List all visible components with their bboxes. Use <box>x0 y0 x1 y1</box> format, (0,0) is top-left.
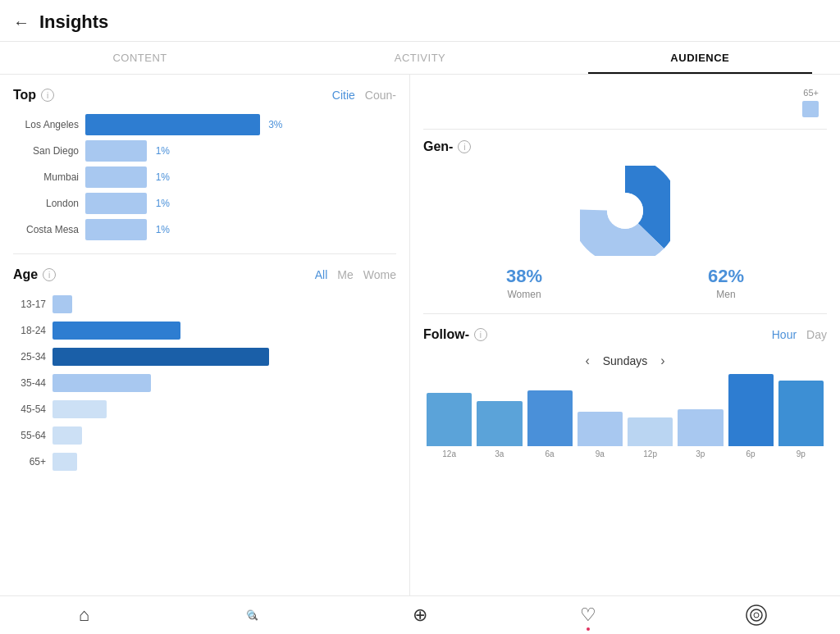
prev-day-button[interactable]: ‹ <box>585 353 589 368</box>
partial-age-bar <box>423 101 827 117</box>
city-row: London1% <box>13 193 396 214</box>
age-group-label: 35-44 <box>13 377 46 389</box>
followers-bar-time-label: 3p <box>696 449 705 458</box>
countries-tab[interactable]: Coun- <box>365 89 396 102</box>
age-bar <box>52 322 180 340</box>
city-row: Costa Mesa1% <box>13 219 396 240</box>
followers-bar <box>778 381 824 446</box>
followers-bar <box>477 401 522 446</box>
followers-bar-group: 9a <box>578 412 623 458</box>
age-bar-container <box>52 320 396 341</box>
age-bar-container <box>52 399 396 420</box>
gender-section: Gen- i 38% Women <box>423 139 827 314</box>
svg-point-5 <box>754 613 759 618</box>
age-group-label: 18-24 <box>13 325 46 336</box>
tab-audience[interactable]: AUDIENCE <box>560 42 840 74</box>
age-group-label: 25-34 <box>13 351 46 363</box>
age-tab-links: All Me Wome <box>315 268 396 281</box>
followers-bar-chart: 12a3a6a9a12p3p6p9p <box>423 376 827 458</box>
city-bar-container: 1% <box>85 166 396 188</box>
age-bar <box>52 400 107 418</box>
followers-bar <box>628 417 673 446</box>
gender-info-icon[interactable]: i <box>458 140 471 153</box>
age-bar-container <box>52 346 396 367</box>
followers-header: Follow- i Hour Day <box>423 327 827 342</box>
day-navigator: ‹ Sundays › <box>423 353 827 368</box>
top-tab-links: Citie Coun- <box>332 89 396 102</box>
followers-bar-time-label: 9a <box>596 449 605 458</box>
home-icon: ⌂ <box>79 604 89 626</box>
followers-title: Follow- <box>423 327 469 342</box>
women-label: Women <box>506 289 542 300</box>
followers-bar <box>728 374 774 446</box>
age-group-label: 65+ <box>13 456 46 468</box>
city-label: London <box>13 198 79 209</box>
hour-tab[interactable]: Hour <box>772 328 797 341</box>
age-bar-container <box>52 372 396 394</box>
city-bar-label: 1% <box>156 224 170 235</box>
section-divider <box>13 253 396 254</box>
back-button[interactable]: ← <box>13 13 30 32</box>
nav-search[interactable]: ○ 🔍 <box>168 604 336 626</box>
city-label: Los Angeles <box>13 119 79 130</box>
right-panel: 65+ Gen- i <box>410 75 840 595</box>
svg-point-3 <box>746 605 766 625</box>
age-row: 13-17 <box>13 294 396 315</box>
cities-chart: Los Angeles3%San Diego1%Mumbai1%London1%… <box>13 114 396 240</box>
nav-profile[interactable] <box>672 604 840 626</box>
next-day-button[interactable]: › <box>660 353 664 368</box>
age-row: 18-24 <box>13 320 396 341</box>
city-label: Costa Mesa <box>13 224 79 235</box>
partial-bar-visual <box>802 101 819 117</box>
page-title: Insights <box>39 11 108 33</box>
followers-bar-time-label: 9p <box>797 449 806 458</box>
city-bar-container: 3% <box>85 114 396 135</box>
age-bar <box>52 374 151 392</box>
gender-stats: 38% Women 62% Men <box>423 266 827 300</box>
followers-tab-links: Hour Day <box>772 328 827 341</box>
gender-pie-chart <box>580 166 670 256</box>
men-stat: 62% Men <box>708 266 744 300</box>
men-label: Men <box>708 289 744 300</box>
top-info-icon[interactable]: i <box>41 89 54 102</box>
followers-bar <box>527 390 573 446</box>
gender-header: Gen- i <box>423 139 827 154</box>
age-bar-container <box>52 425 396 446</box>
age-section-header: Age i All Me Wome <box>13 267 396 282</box>
svg-point-2 <box>607 193 643 229</box>
city-bar-container: 1% <box>85 193 396 214</box>
pie-chart-wrapper <box>423 166 827 256</box>
city-label: San Diego <box>13 145 79 157</box>
age-info-icon[interactable]: i <box>43 268 56 281</box>
followers-bar-time-label: 12p <box>643 449 657 458</box>
cities-tab[interactable]: Citie <box>332 89 355 102</box>
nav-activity[interactable]: ♡ <box>504 604 672 626</box>
city-bar-label: 3% <box>268 119 282 130</box>
followers-info-icon[interactable]: i <box>474 328 487 341</box>
day-tab[interactable]: Day <box>806 328 827 341</box>
age-row: 35-44 <box>13 372 396 394</box>
tab-activity[interactable]: ACTIVITY <box>280 42 559 74</box>
nav-add[interactable]: ⊕ <box>336 604 504 626</box>
city-bar: 3% <box>85 114 260 135</box>
followers-bar-group: 9p <box>778 381 824 458</box>
svg-point-4 <box>751 609 762 621</box>
tab-content[interactable]: CONTENT <box>0 42 280 74</box>
city-row: Los Angeles3% <box>13 114 396 135</box>
followers-bar-group: 6a <box>527 390 573 458</box>
main-content: Top i Citie Coun- Los Angeles3%San Diego… <box>0 75 840 595</box>
age-bar <box>52 426 82 445</box>
age-tab-all[interactable]: All <box>315 268 328 281</box>
nav-home[interactable]: ⌂ <box>0 604 168 626</box>
followers-bar-group: 3p <box>678 409 723 458</box>
city-bar-label: 1% <box>156 198 170 209</box>
age-tab-me[interactable]: Me <box>337 268 353 281</box>
age-row: 65+ <box>13 451 396 472</box>
age-chart: 13-1718-2425-3435-4445-5455-6465+ <box>13 294 396 472</box>
top-cities-header: Top i Citie Coun- <box>13 88 396 103</box>
city-bar-container: 1% <box>85 219 396 240</box>
followers-bar-group: 12a <box>427 393 472 458</box>
followers-bar-time-label: 12a <box>442 449 456 458</box>
age-bar <box>52 348 269 366</box>
age-tab-women[interactable]: Wome <box>363 268 396 281</box>
